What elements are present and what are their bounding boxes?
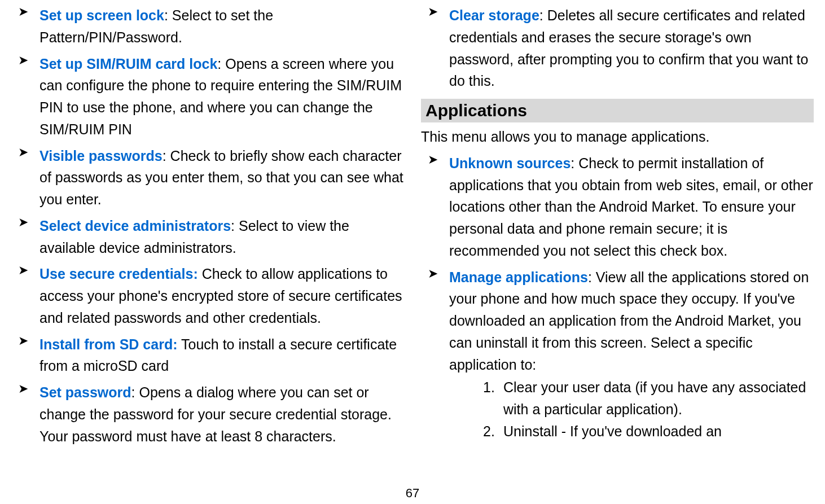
list-item: ➤ Manage applications: View all the appl… <box>421 266 814 376</box>
list-item: ➤ Select device administrators: Select t… <box>11 215 404 259</box>
numbered-list: 1. Clear your user data (if you have any… <box>421 376 814 442</box>
item-sep: : <box>539 7 547 23</box>
item-label: Visible passwords <box>40 148 163 164</box>
bullet-icon: ➤ <box>11 334 40 378</box>
item-label: Set up screen lock <box>40 7 164 23</box>
item-content: Clear storage: Deletes all secure certif… <box>449 5 814 92</box>
list-item: ➤ Use secure credentials: Check to allow… <box>11 263 404 328</box>
item-label: Set password <box>40 384 131 400</box>
item-sep <box>198 266 202 282</box>
list-item: ➤ Visible passwords: Check to briefly sh… <box>11 145 404 211</box>
item-content: Set up SIM/RUIM card lock: Opens a scree… <box>40 53 404 141</box>
numbered-item: 2. Uninstall - If you've downloaded an <box>483 420 814 442</box>
page-number: 67 <box>406 486 419 501</box>
list-item: ➤ Set up screen lock: Select to set the … <box>11 5 404 49</box>
item-label: Unknown sources <box>449 155 571 171</box>
right-column: ➤ Clear storage: Deletes all secure cert… <box>421 5 814 452</box>
item-content: Select device administrators: Select to … <box>40 215 404 259</box>
item-label: Select device administrators <box>40 218 231 234</box>
item-sep: : <box>217 56 225 72</box>
item-content: Unknown sources: Check to permit install… <box>449 152 814 262</box>
item-sep: : <box>164 7 172 23</box>
item-label: Manage applications <box>449 269 588 285</box>
bullet-icon: ➤ <box>421 152 449 262</box>
number: 2. <box>483 420 503 442</box>
bullet-icon: ➤ <box>11 263 40 328</box>
item-label: Clear storage <box>449 7 539 23</box>
item-content: Set up screen lock: Select to set the Pa… <box>40 5 404 49</box>
item-sep: : <box>231 218 239 234</box>
list-item: ➤ Install from SD card: Touch to install… <box>11 334 404 378</box>
item-content: Set password: Opens a dialog where you c… <box>40 382 404 447</box>
bullet-icon: ➤ <box>11 215 40 259</box>
bullet-icon: ➤ <box>421 5 449 92</box>
item-label: Install from SD card: <box>40 336 178 352</box>
bullet-icon: ➤ <box>11 5 40 49</box>
number-text: Uninstall - If you've downloaded an <box>503 420 814 442</box>
item-content: Install from SD card: Touch to install a… <box>40 334 404 378</box>
list-item: ➤ Clear storage: Deletes all secure cert… <box>421 5 814 92</box>
item-sep: : <box>588 269 596 285</box>
item-label: Use secure credentials: <box>40 266 198 282</box>
number-text: Clear your user data (if you have any as… <box>503 376 814 420</box>
section-intro: This menu allows you to manage applicati… <box>421 126 814 148</box>
item-sep: : <box>131 384 139 400</box>
section-heading: Applications <box>421 99 814 122</box>
item-content: Manage applications: View all the applic… <box>449 266 814 376</box>
item-label: Set up SIM/RUIM card lock <box>40 56 217 72</box>
number: 1. <box>483 376 503 420</box>
bullet-icon: ➤ <box>421 266 449 376</box>
bullet-icon: ➤ <box>11 382 40 447</box>
item-content: Use secure credentials: Check to allow a… <box>40 263 404 328</box>
left-column: ➤ Set up screen lock: Select to set the … <box>11 5 404 452</box>
item-sep: : <box>163 148 170 164</box>
bullet-icon: ➤ <box>11 53 40 141</box>
list-item: ➤ Set up SIM/RUIM card lock: Opens a scr… <box>11 53 404 141</box>
list-item: ➤ Set password: Opens a dialog where you… <box>11 382 404 447</box>
numbered-item: 1. Clear your user data (if you have any… <box>483 376 814 420</box>
item-sep: : <box>571 155 578 171</box>
bullet-icon: ➤ <box>11 145 40 211</box>
item-content: Visible passwords: Check to briefly show… <box>40 145 404 211</box>
list-item: ➤ Unknown sources: Check to permit insta… <box>421 152 814 262</box>
